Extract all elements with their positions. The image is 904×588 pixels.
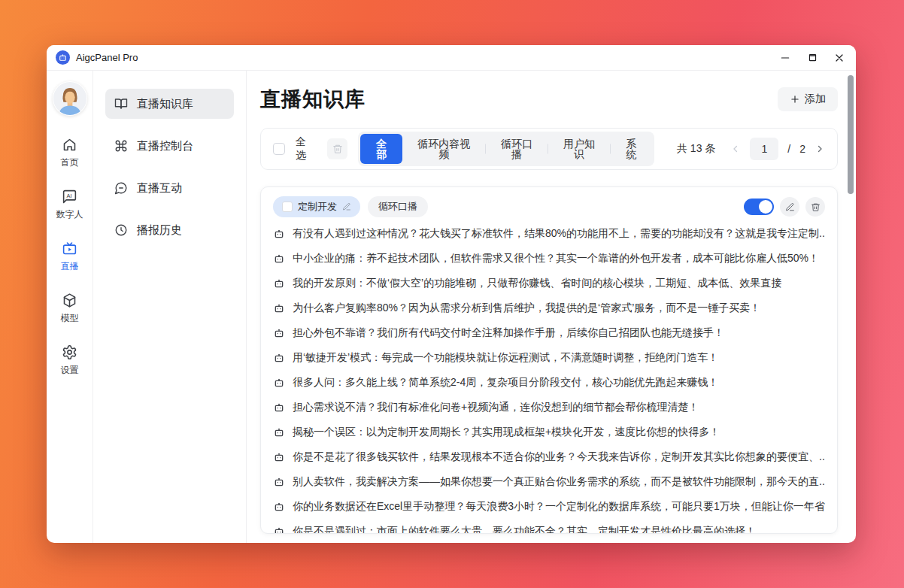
- list-item[interactable]: 你是不是花了很多钱买软件，结果发现根本不适合你的业务？今天我来告诉你，定制开发其…: [273, 444, 825, 469]
- bulk-delete-button[interactable]: [327, 138, 348, 159]
- page-number-input[interactable]: 1: [750, 138, 778, 160]
- list-item[interactable]: 你是不是遇到过：市面上的软件要么太贵，要么功能不全？其实，定制开发才是性价比最高…: [273, 519, 825, 534]
- list-item[interactable]: 担心外包不靠谱？我们所有代码交付时全注释加操作手册，后续你自己招团队也能无缝接手…: [273, 320, 825, 345]
- filter-bar: 全选 全部 循环内容视频 循环口播 用户知识 系统 共 13 条 1: [260, 128, 838, 170]
- list-item[interactable]: 很多人问：多久能上线？简单系统2-4周，复杂项目分阶段交付，核心功能优先跑起来赚…: [273, 370, 825, 395]
- bot-icon: [273, 402, 285, 414]
- sidebar-item-settings[interactable]: 设置: [61, 344, 79, 377]
- list-item[interactable]: 用‘敏捷开发’模式：每完成一个功能模块就让你远程测试，不满意随时调整，拒绝闭门造…: [273, 345, 825, 370]
- tab-system[interactable]: 系统: [610, 134, 652, 164]
- bot-icon: [273, 526, 285, 535]
- tag-edit-pencil-icon[interactable]: [342, 202, 351, 211]
- app-logo-icon: [56, 50, 70, 65]
- prev-page-button[interactable]: [730, 144, 741, 154]
- pagination: 1 / 2: [730, 138, 825, 160]
- minimize-icon[interactable]: [779, 52, 791, 64]
- command-icon: [114, 139, 128, 153]
- sidebar-item-model[interactable]: 模型: [61, 292, 79, 325]
- settings-gear-icon: [62, 344, 77, 360]
- next-page-button[interactable]: [815, 144, 825, 154]
- titlebar[interactable]: AigcPanel Pro: [47, 45, 856, 71]
- bot-icon: [273, 253, 285, 265]
- bot-icon: [273, 451, 285, 463]
- list-item[interactable]: 有没有人遇到过这种情况？花大钱买了标准软件，结果80%的功能用不上，需要的功能却…: [273, 221, 825, 246]
- knowledge-card: 定制开发 循环口播: [260, 186, 838, 534]
- history-icon: [114, 223, 128, 237]
- user-avatar[interactable]: [53, 81, 87, 116]
- bot-icon: [273, 426, 285, 438]
- delete-button[interactable]: [805, 197, 825, 217]
- bot-icon: [273, 501, 285, 513]
- app-window: AigcPanel Pro 首页 数字人 直播: [47, 45, 856, 543]
- chevron-left-icon: [730, 144, 741, 154]
- select-all-checkbox[interactable]: [273, 143, 285, 155]
- maximize-icon[interactable]: [806, 52, 818, 64]
- knowledge-tag-custom-dev[interactable]: 定制开发: [273, 196, 360, 217]
- bot-icon: [273, 476, 285, 488]
- chat-icon: [114, 181, 128, 195]
- list-item[interactable]: 中小企业的痛：养不起技术团队，但软件需求又很个性？其实一个靠谱的外包开发者，成本…: [273, 246, 825, 271]
- home-icon: [62, 137, 77, 153]
- tab-all[interactable]: 全部: [360, 134, 402, 164]
- list-item[interactable]: 你的业务数据还在Excel里手动整理？每天浪费3小时？一个定制化的数据库系统，可…: [273, 494, 825, 519]
- digital-human-icon: [62, 189, 77, 205]
- bot-icon: [273, 352, 285, 364]
- app-title: AigcPanel Pro: [76, 52, 138, 63]
- submenu-item-broadcast-history[interactable]: 播报历史: [105, 215, 234, 245]
- trash-icon: [811, 202, 821, 212]
- bot-icon: [273, 377, 285, 389]
- tab-loop-content-video[interactable]: 循环内容视频: [402, 134, 486, 164]
- close-icon[interactable]: [833, 52, 845, 64]
- enable-toggle[interactable]: [744, 199, 774, 215]
- secondary-sidebar: 直播知识库 直播控制台 直播互动 播报历史: [93, 71, 247, 543]
- tag-checkbox[interactable]: [282, 202, 293, 212]
- live-tv-icon: [62, 241, 77, 256]
- bot-icon: [273, 277, 285, 289]
- page-total: 2: [799, 143, 805, 155]
- page-divider: /: [787, 143, 790, 155]
- submenu-item-knowledge-base[interactable]: 直播知识库: [105, 89, 234, 119]
- sidebar-item-digital-human[interactable]: 数字人: [56, 189, 83, 221]
- knowledge-tag-loop-broadcast: 循环口播: [368, 196, 428, 217]
- list-item[interactable]: 担心需求说不清？我们有标准化问卷+视频沟通，连你没想到的细节都会帮你梳理清楚！: [273, 395, 825, 420]
- submenu-item-live-interaction[interactable]: 直播互动: [105, 173, 234, 203]
- total-count-label: 共 13 条: [677, 142, 715, 156]
- book-icon: [114, 97, 128, 111]
- chevron-right-icon: [815, 144, 825, 154]
- page-title: 直播知识库: [260, 86, 366, 113]
- pencil-icon: [785, 202, 795, 212]
- bot-icon: [273, 228, 285, 240]
- bot-icon: [273, 327, 285, 339]
- add-button[interactable]: 添加: [778, 87, 838, 111]
- trash-icon: [332, 144, 343, 154]
- knowledge-item-list: 有没有人遇到过这种情况？花大钱买了标准软件，结果80%的功能用不上，需要的功能却…: [273, 221, 825, 534]
- filter-tabs: 全部 循环内容视频 循环口播 用户知识 系统: [358, 132, 654, 166]
- primary-sidebar: 首页 数字人 直播 模型 设置: [47, 71, 93, 543]
- edit-button[interactable]: [780, 197, 799, 217]
- bot-icon: [273, 302, 285, 314]
- sidebar-item-home[interactable]: 首页: [61, 137, 79, 169]
- select-all-label: 全选: [296, 135, 317, 162]
- list-item[interactable]: 别人卖软件，我卖解决方案——如果你想要一个真正贴合你业务需求的系统，而不是被软件…: [273, 469, 825, 494]
- tab-loop-broadcast[interactable]: 循环口播: [485, 134, 548, 164]
- plus-icon: [790, 94, 800, 105]
- scrollbar-thumb[interactable]: [848, 75, 854, 194]
- submenu-item-live-console[interactable]: 直播控制台: [105, 131, 234, 161]
- list-item[interactable]: 我的开发原则：不做‘假大空’的功能堆砌，只做帮你赚钱、省时间的核心模块，工期短、…: [273, 271, 825, 296]
- model-cube-icon: [62, 292, 77, 308]
- list-item[interactable]: 揭秘一个误区：以为定制开发周期长？其实用现成框架+模块化开发，速度比你想的快得多…: [273, 420, 825, 444]
- main-content: 直播知识库 添加 全选 全部 循环内容视频 循环口播 用户知识 系统: [247, 71, 856, 543]
- sidebar-item-live[interactable]: 直播: [61, 241, 79, 273]
- list-item[interactable]: 为什么客户复购率80%？因为从需求分析到售后维护，我提供的是‘管家式’服务，而不…: [273, 296, 825, 320]
- tab-user-knowledge[interactable]: 用户知识: [548, 134, 610, 164]
